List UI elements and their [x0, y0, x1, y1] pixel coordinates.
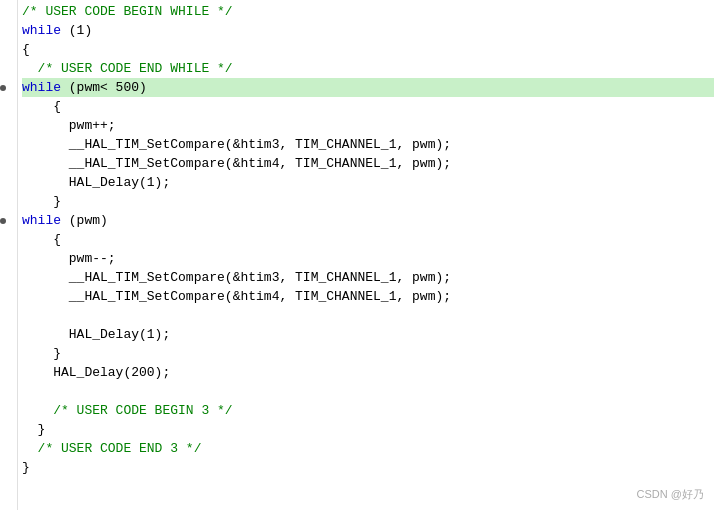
code-line: } [22, 458, 714, 477]
code-line: __HAL_TIM_SetCompare(&htim4, TIM_CHANNEL… [22, 287, 714, 306]
line-number [0, 458, 17, 477]
line-number [0, 173, 17, 192]
line-number [0, 211, 17, 230]
code-line: pwm--; [22, 249, 714, 268]
line-number [0, 78, 17, 97]
code-line: pwm++; [22, 116, 714, 135]
code-line: __HAL_TIM_SetCompare(&htim4, TIM_CHANNEL… [22, 154, 714, 173]
code-line: /* USER CODE END WHILE */ [22, 59, 714, 78]
line-number [0, 287, 17, 306]
line-number [0, 363, 17, 382]
code-line: HAL_Delay(1); [22, 173, 714, 192]
code-line: while (1) [22, 21, 714, 40]
code-line: /* USER CODE BEGIN WHILE */ [22, 2, 714, 21]
line-number [0, 59, 17, 78]
line-number [0, 420, 17, 439]
line-number [0, 306, 17, 325]
line-number [0, 21, 17, 40]
code-line: { [22, 97, 714, 116]
line-number [0, 2, 17, 21]
line-number [0, 192, 17, 211]
code-line: __HAL_TIM_SetCompare(&htim3, TIM_CHANNEL… [22, 268, 714, 287]
code-line: while (pwm) [22, 211, 714, 230]
line-number [0, 439, 17, 458]
line-number [0, 97, 17, 116]
code-line: /* USER CODE END 3 */ [22, 439, 714, 458]
line-numbers [0, 0, 18, 510]
code-area[interactable]: /* USER CODE BEGIN WHILE */while (1){ /*… [18, 0, 714, 510]
line-number [0, 40, 17, 59]
code-line: { [22, 230, 714, 249]
line-number [0, 344, 17, 363]
line-number [0, 154, 17, 173]
code-line: { [22, 40, 714, 59]
code-line: __HAL_TIM_SetCompare(&htim3, TIM_CHANNEL… [22, 135, 714, 154]
code-line: } [22, 420, 714, 439]
code-line: while (pwm< 500) [22, 78, 714, 97]
line-number [0, 116, 17, 135]
line-number [0, 268, 17, 287]
line-number [0, 135, 17, 154]
code-line: /* USER CODE BEGIN 3 */ [22, 401, 714, 420]
code-editor: /* USER CODE BEGIN WHILE */while (1){ /*… [0, 0, 714, 510]
code-line [22, 382, 714, 401]
line-number [0, 230, 17, 249]
line-number [0, 382, 17, 401]
line-number [0, 401, 17, 420]
code-line [22, 306, 714, 325]
line-number [0, 249, 17, 268]
code-line: } [22, 344, 714, 363]
watermark: CSDN @好乃 [637, 487, 704, 502]
line-number [0, 325, 17, 344]
code-line: HAL_Delay(200); [22, 363, 714, 382]
code-line: HAL_Delay(1); [22, 325, 714, 344]
code-line: } [22, 192, 714, 211]
